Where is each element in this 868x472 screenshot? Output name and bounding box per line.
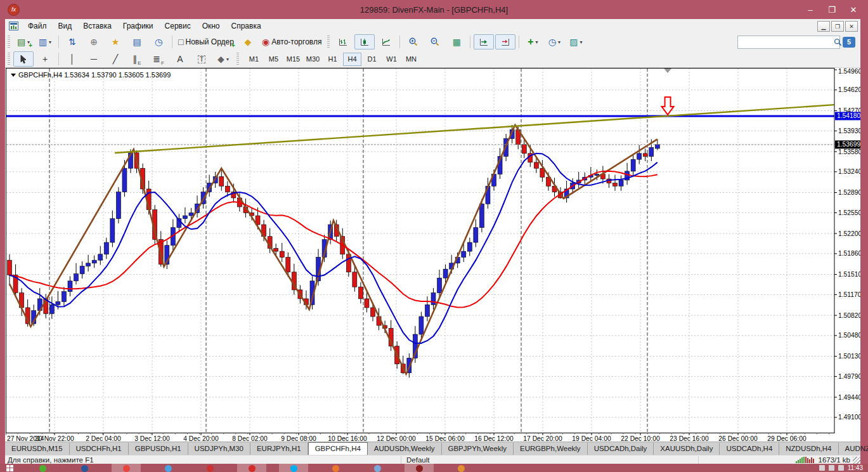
timeframe-h1-button[interactable]: H1 (323, 53, 342, 66)
taskbar-clock[interactable]: 11:43 (848, 464, 863, 471)
zoom-in-button[interactable] (403, 34, 424, 49)
chart-tab-8[interactable]: EURGBPh,Weekly (514, 443, 588, 456)
taskbar-app-chrome[interactable] (112, 464, 141, 472)
price-chart[interactable]: 1.549601.546201.542701.539301.535801.532… (6, 68, 860, 442)
taskbar-app-skype[interactable] (279, 464, 308, 472)
line-chart-mode-button[interactable] (376, 34, 396, 49)
toolbar-grip[interactable] (236, 53, 239, 65)
chart-tab-2[interactable]: GBPUSDh,H1 (129, 443, 188, 456)
auto-scroll-button[interactable] (474, 34, 494, 49)
tray-icon-3[interactable] (838, 465, 844, 471)
maximize-button[interactable]: ❐ (821, 0, 843, 19)
mdi-restore-button[interactable]: ❐ (831, 21, 844, 32)
profiles-button[interactable]: ▥▾ (35, 34, 55, 49)
taskbar-app-onedrive[interactable] (153, 464, 183, 472)
text-tool-button[interactable]: A (170, 51, 190, 67)
tray-icon-1[interactable] (819, 465, 825, 471)
menu-item-1[interactable]: Вид (53, 22, 78, 30)
tile-windows-button[interactable]: ▦ (446, 34, 467, 49)
chart-tab-13[interactable]: AUDNZDh,Weekly (839, 443, 868, 456)
periods-button[interactable]: ◷▾ (544, 34, 564, 49)
taskbar-app-word[interactable] (70, 464, 99, 472)
chart-tab-0[interactable]: EURUSDh,M15 (5, 443, 70, 456)
fibonacci-tool-button[interactable]: ≣F (148, 51, 169, 67)
arrows-tool-button[interactable]: ◆▾ (213, 51, 233, 67)
chart-tab-3[interactable]: USDJPYh,M30 (188, 443, 250, 456)
close-button[interactable]: ✕ (843, 0, 864, 19)
autotrade-button-label: Авто-торговля (271, 37, 321, 46)
templates-button[interactable]: ▨▾ (566, 34, 586, 49)
channel-tool-button[interactable]: ∥E (127, 51, 147, 67)
menu-item-4[interactable]: Сервис (159, 22, 197, 30)
candle-body (183, 216, 187, 219)
chart-shift-button[interactable] (495, 34, 515, 49)
data-window-button[interactable]: ⊕ (84, 34, 104, 49)
taskbar-app-yandex[interactable] (237, 464, 266, 472)
timeframe-m5-button[interactable]: M5 (264, 53, 283, 66)
menu-item-2[interactable]: Вставка (77, 22, 117, 30)
toolbar-grip[interactable] (8, 53, 10, 65)
taskbar-app-metatrader[interactable] (405, 464, 434, 472)
trendline-tool-button[interactable]: ╱ (105, 51, 126, 67)
window-frame-left (0, 19, 5, 464)
new-order-button[interactable]: □+Новый Ордер (176, 34, 236, 49)
strategy-tester-button[interactable]: ◷ (148, 34, 169, 49)
taskbar-app-store[interactable] (28, 464, 57, 472)
chart-tab-9[interactable]: USDCADh,Daily (588, 443, 654, 456)
chart-tab-11[interactable]: USDCADh,H4 (720, 443, 779, 456)
taskbar-app-firefox[interactable] (321, 464, 350, 472)
timeframe-mn-button[interactable]: MN (402, 53, 420, 66)
indicators-button[interactable]: +▾ (522, 34, 543, 49)
chart-tab-4[interactable]: EURJPYh,H1 (250, 443, 308, 456)
menu-item-5[interactable]: Окно (197, 22, 226, 30)
toolbar-grip[interactable] (8, 36, 10, 48)
crosshair-tool-button[interactable]: + (35, 51, 55, 67)
mdi-close-button[interactable]: ✕ (845, 21, 858, 32)
metaeditor-button[interactable]: ◆ (238, 34, 258, 49)
timeframe-d1-button[interactable]: D1 (363, 53, 381, 66)
chart-area[interactable]: 1.549601.546201.542701.539301.535801.532… (6, 68, 860, 442)
search-input[interactable] (738, 37, 832, 47)
bar-chart-mode-button[interactable] (333, 34, 353, 49)
horizontal-line-tool-button[interactable]: ─ (84, 51, 104, 67)
minimize-button[interactable]: – (800, 0, 821, 19)
price-axis-label: 1.54960 (838, 68, 860, 75)
terminal-button[interactable]: ▤ (127, 34, 147, 49)
timeframe-w1-button[interactable]: W1 (382, 53, 401, 66)
taskbar-app-store-icon (39, 465, 46, 472)
community-chat-button[interactable]: 5 (843, 37, 855, 48)
market-watch-button[interactable]: ⇅ (62, 34, 82, 49)
start-button[interactable] (0, 465, 19, 471)
toolbar-grip[interactable] (327, 36, 330, 48)
timeframe-m15-button[interactable]: M15 (284, 53, 302, 66)
menu-item-3[interactable]: Графики (117, 22, 159, 30)
candle-body (462, 251, 466, 257)
time-axis-label: 22 Dec 10:00 (621, 435, 660, 442)
chart-tab-12[interactable]: NZDUSDh,H4 (779, 443, 838, 456)
status-profile[interactable]: Default (401, 456, 698, 464)
time-axis-label: 19 Dec 04:00 (572, 435, 611, 442)
taskbar-app-opera[interactable] (195, 464, 224, 472)
label-tool-button[interactable]: T (191, 51, 212, 67)
mdi-minimize-button[interactable]: ▁ (817, 21, 830, 32)
taskbar-app-explorer[interactable] (363, 464, 392, 472)
taskbar-app-browser[interactable] (446, 464, 476, 472)
vertical-line-tool-button[interactable]: │ (62, 51, 82, 67)
menu-item-0[interactable]: Файл (22, 22, 53, 30)
candle-chart-mode-button[interactable] (354, 34, 375, 49)
chart-tab-6[interactable]: AUDUSDh,Weekly (368, 443, 442, 456)
navigator-button[interactable]: ★ (105, 34, 126, 49)
chart-tab-1[interactable]: USDCHFh,H1 (70, 443, 129, 456)
cursor-tool-button[interactable] (13, 51, 34, 67)
menu-item-6[interactable]: Справка (226, 22, 267, 30)
timeframe-m1-button[interactable]: M1 (245, 53, 263, 66)
timeframe-m30-button[interactable]: M30 (304, 53, 322, 66)
zoom-out-button[interactable] (425, 34, 445, 49)
tray-icon-2[interactable] (829, 465, 834, 471)
chart-tab-10[interactable]: XAUUSDh,Daily (654, 443, 720, 456)
timeframe-h4-button[interactable]: H4 (343, 53, 361, 66)
chart-tab-5[interactable]: GBPCHFh,H4 (308, 442, 368, 456)
chart-tab-7[interactable]: GBPJPYh,Weekly (442, 443, 514, 456)
new-chart-button[interactable]: ▤+▾ (13, 34, 34, 49)
autotrade-button[interactable]: ◉Авто-торговля (259, 34, 324, 49)
